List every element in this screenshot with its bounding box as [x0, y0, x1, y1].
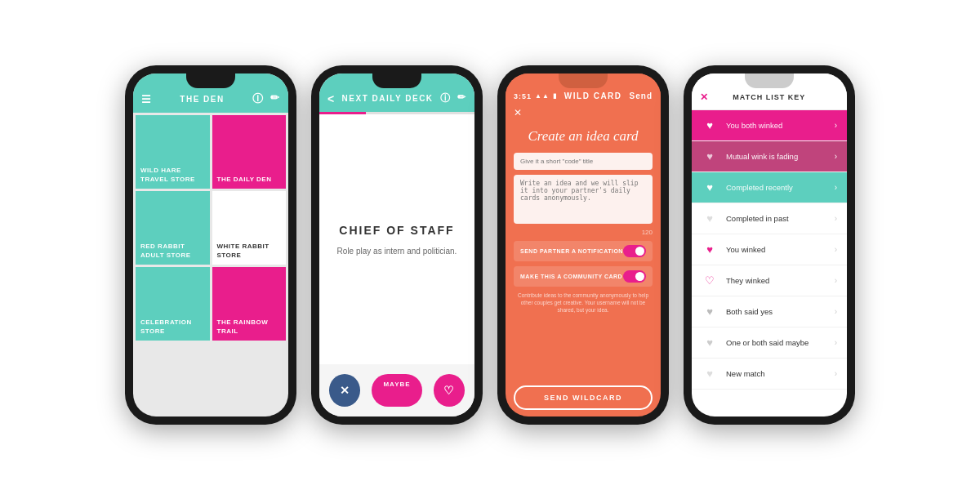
notify-toggle[interactable]	[623, 245, 646, 257]
fading-label: Mutual wink is fading	[726, 152, 826, 161]
both-yes-icon: ♥	[702, 304, 718, 320]
completed-recent-chevron: ›	[835, 183, 837, 192]
completed-recent-icon: ♥	[702, 180, 718, 196]
like-button[interactable]: ♡	[434, 374, 465, 407]
fading-icon: ♥	[702, 149, 718, 165]
match-list-title: MATCH LIST KEY	[733, 93, 805, 101]
wildcard-disclaimer: Contribute ideas to the community anonym…	[514, 292, 653, 314]
new-match-chevron: ›	[835, 369, 837, 378]
maybe-chevron: ›	[835, 338, 837, 347]
menu-icon[interactable]: ☰	[141, 93, 152, 105]
card-title: CHIEF OF STAFF	[339, 224, 454, 237]
status-time: 3:51	[514, 92, 532, 100]
wildcard-create-title: Create an idea card	[514, 128, 653, 145]
maybe-label: One or both said maybe	[726, 338, 826, 347]
send-label[interactable]: Send	[630, 91, 653, 100]
grid-cell-celebration[interactable]: CELEBRATION STORE	[136, 267, 210, 341]
match-list: ♥ You both winked › ♥ Mutual wink is fad…	[692, 110, 847, 416]
den-grid: WILD HARE TRAVEL STORE THE DAILY DEN RED…	[133, 113, 288, 416]
wildcard-title: WILD CARD	[564, 91, 622, 100]
both-winked-label: You both winked	[726, 121, 826, 130]
they-winked-label: They winked	[726, 276, 826, 285]
both-winked-chevron: ›	[835, 121, 837, 130]
grid-cell-wild-hare[interactable]: WILD HARE TRAVEL STORE	[136, 115, 210, 189]
community-toggle[interactable]	[623, 270, 646, 283]
completed-past-label: Completed in past	[726, 214, 826, 223]
you-winked-icon: ♥	[702, 242, 718, 258]
back-icon[interactable]: <	[327, 92, 335, 105]
send-wildcard-button[interactable]: SEND WILDCARD	[514, 385, 653, 410]
scene: ☰ THE DEN ⓘ ✏ WILD HARE TRAVEL STORE THE…	[0, 0, 980, 490]
match-item-they-winked[interactable]: ♡ They winked ›	[692, 265, 847, 296]
edit-icon[interactable]: ✏	[270, 91, 280, 106]
completed-past-chevron: ›	[835, 214, 837, 223]
battery-icon: ▮	[553, 92, 557, 100]
toggle-notify-label: SEND PARTNER A NOTIFICATION	[520, 248, 623, 254]
wildcard-code-input[interactable]	[514, 153, 653, 170]
match-item-both-yes[interactable]: ♥ Both said yes ›	[692, 296, 847, 327]
both-yes-label: Both said yes	[726, 307, 826, 316]
card-subtitle: Role play as intern and politician.	[337, 247, 457, 256]
phone-den: ☰ THE DEN ⓘ ✏ WILD HARE TRAVEL STORE THE…	[125, 65, 296, 425]
completed-recent-label: Completed recently	[726, 183, 826, 192]
new-match-icon: ♥	[702, 366, 718, 382]
match-list-close-icon[interactable]: ✕	[700, 91, 710, 103]
wildcard-close-icon[interactable]: ✕	[514, 107, 522, 118]
maybe-icon: ♥	[702, 335, 718, 351]
toggle-community-label: MAKE THIS A COMMUNITY CARD	[520, 274, 622, 279]
match-item-maybe[interactable]: ♥ One or both said maybe ›	[692, 327, 847, 359]
wifi-icon: ▲▲	[535, 92, 550, 100]
completed-past-icon: ♥	[702, 211, 718, 227]
phone-wildcard: 3:51 ▲▲ ▮ WILD CARD Send ✕ Create an ide…	[497, 65, 669, 425]
fading-chevron: ›	[835, 152, 837, 161]
card-content: CHIEF OF STAFF Role play as intern and p…	[319, 114, 474, 364]
you-winked-label: You winked	[726, 245, 826, 254]
card-footer: ✕ MAYBE ♡	[319, 364, 474, 416]
match-item-fading[interactable]: ♥ Mutual wink is fading ›	[692, 141, 847, 172]
progress-bar	[319, 112, 474, 114]
they-winked-icon: ♡	[702, 273, 718, 289]
you-winked-chevron: ›	[835, 245, 837, 254]
toggle-notify: SEND PARTNER A NOTIFICATION	[514, 241, 653, 261]
toggle-community: MAKE THIS A COMMUNITY CARD	[514, 266, 653, 287]
they-winked-chevron: ›	[835, 276, 837, 285]
match-item-completed-recent[interactable]: ♥ Completed recently ›	[692, 172, 847, 203]
new-match-label: New match	[726, 369, 826, 378]
progress-fill	[319, 112, 366, 114]
wildcard-body: Create an idea card 120 SEND PARTNER A N…	[506, 122, 661, 382]
den-title: THE DEN	[180, 95, 224, 104]
match-item-completed-past[interactable]: ♥ Completed in past ›	[692, 203, 847, 234]
match-item-both-winked[interactable]: ♥ You both winked ›	[692, 110, 847, 141]
match-item-you-winked[interactable]: ♥ You winked ›	[692, 234, 847, 265]
info-icon[interactable]: ⓘ	[252, 91, 264, 106]
reject-button[interactable]: ✕	[329, 374, 360, 407]
grid-cell-daily-den[interactable]: THE DAILY DEN	[212, 115, 287, 189]
grid-cell-red-rabbit[interactable]: RED RABBIT ADULT STORE	[136, 191, 210, 265]
char-count: 120	[514, 229, 653, 236]
phone-daily-deck: < NEXT DAILY DECK ⓘ ✏ CHIEF OF STAFF Rol…	[311, 65, 483, 425]
edit-icon2[interactable]: ✏	[457, 91, 466, 105]
grid-cell-rainbow[interactable]: THE RAINBOW TRAIL	[212, 267, 287, 341]
info-icon2[interactable]: ⓘ	[440, 91, 451, 105]
match-item-new[interactable]: ♥ New match ›	[692, 359, 847, 390]
phone-match-list: ✕ MATCH LIST KEY ♥ You both winked › ♥ M…	[684, 65, 855, 425]
both-winked-icon: ♥	[702, 118, 718, 134]
daily-deck-title: NEXT DAILY DECK	[342, 94, 434, 103]
both-yes-chevron: ›	[835, 307, 837, 316]
grid-cell-white-rabbit[interactable]: WHITE RABBIT STORE	[212, 191, 287, 265]
maybe-button[interactable]: MAYBE	[372, 374, 421, 407]
wildcard-idea-textarea[interactable]	[514, 175, 653, 224]
